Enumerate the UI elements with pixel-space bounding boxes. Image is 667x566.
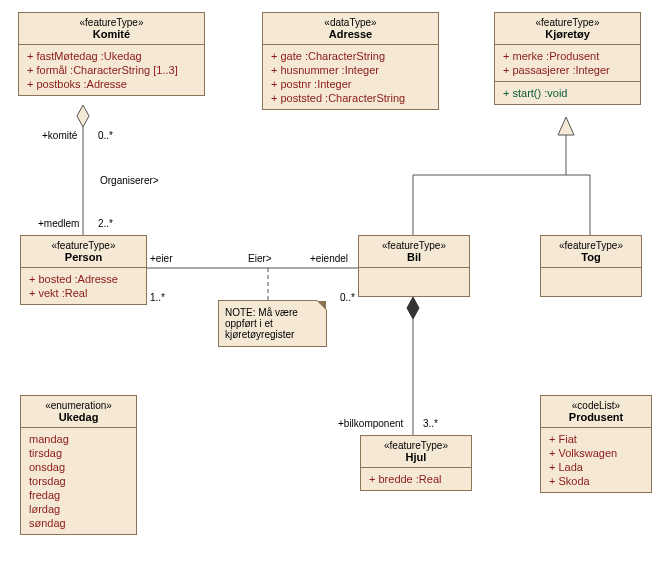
operation: + start() :void <box>503 86 632 100</box>
class-hjul[interactable]: «featureType»Hjul + bredde :Real <box>360 435 472 491</box>
mult-eiendel: 0..* <box>340 292 355 303</box>
attribute: + gate :CharacterString <box>271 49 430 63</box>
role-eiendel: +eiendel <box>310 253 348 264</box>
class-ukedag[interactable]: «enumeration»Ukedag mandag tirsdag onsda… <box>20 395 137 535</box>
stereotype: «enumeration» <box>29 400 128 411</box>
enum-literal: onsdag <box>29 460 128 474</box>
class-person[interactable]: «featureType»Person + bosted :Adresse + … <box>20 235 147 305</box>
enum-literal: søndag <box>29 516 128 530</box>
stereotype: «featureType» <box>503 17 632 28</box>
attribute: + passasjerer :Integer <box>503 63 632 77</box>
enum-literal: mandag <box>29 432 128 446</box>
svg-marker-1 <box>77 105 89 127</box>
class-adresse[interactable]: «dataType»Adresse + gate :CharacterStrin… <box>262 12 439 110</box>
stereotype: «featureType» <box>549 240 633 251</box>
class-name: Produsent <box>549 411 643 423</box>
role-komite: +komité <box>42 130 77 141</box>
stereotype: «dataType» <box>271 17 430 28</box>
class-name: Bil <box>367 251 461 263</box>
note: NOTE: Må være oppført i et kjøretøyregis… <box>218 300 327 347</box>
attribute: + formål :CharacterString [1..3] <box>27 63 196 77</box>
attribute: + merke :Produsent <box>503 49 632 63</box>
class-name: Tog <box>549 251 633 263</box>
class-name: Hjul <box>369 451 463 463</box>
class-produsent[interactable]: «codeList»Produsent + Fiat + Volkswagen … <box>540 395 652 493</box>
enum-literal: torsdag <box>29 474 128 488</box>
code-value: + Skoda <box>549 474 643 488</box>
assoc-organiser: Organiserer> <box>100 175 159 186</box>
code-value: + Fiat <box>549 432 643 446</box>
attribute: + vekt :Real <box>29 286 138 300</box>
attribute: + bosted :Adresse <box>29 272 138 286</box>
stereotype: «codeList» <box>549 400 643 411</box>
mult-eier: 1..* <box>150 292 165 303</box>
class-name: Adresse <box>271 28 430 40</box>
enum-literal: lørdag <box>29 502 128 516</box>
role-bilkomponent: +bilkomponent <box>338 418 403 429</box>
assoc-eier: Eier> <box>248 253 272 264</box>
stereotype: «featureType» <box>29 240 138 251</box>
mult-komite: 0..* <box>98 130 113 141</box>
class-kjoretoy[interactable]: «featureType»Kjøretøy + merke :Produsent… <box>494 12 641 105</box>
class-name: Komité <box>27 28 196 40</box>
svg-marker-7 <box>558 117 574 135</box>
role-eier: +eier <box>150 253 173 264</box>
attribute: + bredde :Real <box>369 472 463 486</box>
mult-medlem: 2..* <box>98 218 113 229</box>
stereotype: «featureType» <box>27 17 196 28</box>
class-name: Kjøretøy <box>503 28 632 40</box>
class-bil[interactable]: «featureType»Bil <box>358 235 470 297</box>
enum-literal: fredag <box>29 488 128 502</box>
stereotype: «featureType» <box>369 440 463 451</box>
class-name: Ukedag <box>29 411 128 423</box>
attribute: + postboks :Adresse <box>27 77 196 91</box>
role-medlem: +medlem <box>38 218 79 229</box>
attribute: + postnr :Integer <box>271 77 430 91</box>
class-name: Person <box>29 251 138 263</box>
note-text: NOTE: Må være oppført i et kjøretøyregis… <box>225 307 298 340</box>
class-tog[interactable]: «featureType»Tog <box>540 235 642 297</box>
attribute: + poststed :CharacterString <box>271 91 430 105</box>
class-komite[interactable]: «featureType»Komité + fastMøtedag :Ukeda… <box>18 12 205 96</box>
stereotype: «featureType» <box>367 240 461 251</box>
mult-bilkomponent: 3..* <box>423 418 438 429</box>
enum-literal: tirsdag <box>29 446 128 460</box>
svg-marker-5 <box>407 297 419 319</box>
code-value: + Lada <box>549 460 643 474</box>
attribute: + husnummer :Integer <box>271 63 430 77</box>
attribute: + fastMøtedag :Ukedag <box>27 49 196 63</box>
code-value: + Volkswagen <box>549 446 643 460</box>
